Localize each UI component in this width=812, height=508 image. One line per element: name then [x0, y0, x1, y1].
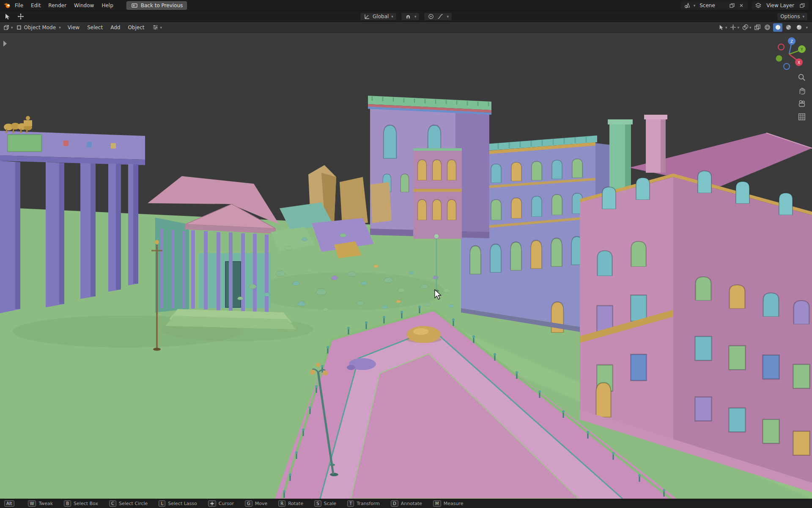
blender-logo[interactable]	[3, 2, 11, 9]
camera-view-icon[interactable]	[797, 99, 807, 109]
chevron-down-icon: ▾	[414, 14, 417, 19]
transform-settings-icon[interactable]	[152, 24, 159, 31]
viewport-header-right: ▾ ▾ ▾	[717, 23, 809, 32]
menu-window[interactable]: Window	[70, 0, 98, 11]
tower-wing[interactable]	[413, 148, 462, 239]
hint-label: Measure	[444, 501, 464, 506]
editor-type-icon[interactable]	[3, 24, 10, 31]
orientation-value: Global	[373, 14, 389, 19]
gizmo-x-label: X	[798, 61, 800, 65]
zoom-icon[interactable]	[797, 72, 807, 83]
key-badge: G	[245, 500, 252, 507]
viewport-canvas[interactable]	[0, 33, 812, 499]
key-badge: W	[28, 500, 36, 507]
hint-label: Select Circle	[119, 501, 148, 506]
hint-label: Tweak	[38, 501, 53, 506]
chevron-down-icon: ▾	[59, 25, 61, 30]
menu-add[interactable]: Add	[107, 22, 124, 33]
key-badge: B	[64, 500, 71, 507]
snapping-toggle[interactable]: ▾	[401, 12, 420, 21]
gizmo-z-neg-axis[interactable]	[784, 64, 790, 69]
hint-label: Select Box	[74, 501, 98, 506]
gizmo-y-neg-axis[interactable]	[776, 55, 782, 62]
topbar: File Edit Render Window Help Back to Pre…	[0, 0, 812, 11]
pan-hand-icon[interactable]	[797, 86, 807, 96]
view-layer-name: View Layer	[764, 3, 797, 8]
hint-label: Rotate	[288, 501, 303, 506]
hint-label: Move	[255, 501, 268, 506]
object-mode-icon	[16, 24, 22, 31]
shading-rendered-button[interactable]	[794, 23, 804, 32]
status-hint: C Select Circle	[109, 500, 148, 507]
object-mode-dropdown[interactable]: Object Mode ▾	[13, 22, 64, 33]
magnet-icon	[404, 13, 412, 20]
toggle-xray-button[interactable]	[753, 23, 761, 32]
menu-view[interactable]: View	[64, 22, 83, 33]
gizmo-x-neg-axis[interactable]	[778, 44, 784, 50]
tweak-drag-icon[interactable]	[17, 13, 25, 20]
active-tool-tweak-icon[interactable]	[3, 13, 11, 20]
status-hint: B Select Box	[64, 500, 98, 507]
menu-edit[interactable]: Edit	[27, 0, 44, 11]
orientation-axes-icon	[363, 13, 371, 20]
status-hint: Alt	[4, 500, 17, 507]
gizmo-z-label: Z	[790, 39, 793, 44]
key-badge: D	[391, 500, 398, 507]
hint-label: Annotate	[401, 501, 422, 506]
shading-dropdown-chevron[interactable]: ▾	[806, 25, 808, 30]
view-layer-selector[interactable]: View Layer	[752, 1, 809, 10]
viewport-side-controls	[797, 72, 807, 122]
shading-wireframe-button[interactable]	[763, 23, 772, 32]
object-type-visibility-dropdown[interactable]: ▾	[717, 23, 728, 32]
chevron-down-icon: ▾	[391, 14, 393, 19]
hint-label: Scale	[324, 501, 337, 506]
viewport-header: ▾ Object Mode ▾ View Select Add Object ▾…	[0, 22, 812, 33]
navigation-gizmo[interactable]: Z Y X	[774, 36, 808, 71]
menu-select[interactable]: Select	[83, 22, 107, 33]
pink-chimney[interactable]	[644, 115, 667, 173]
status-bar: Alt W Tweak B Select Box C Select Circle…	[0, 499, 812, 508]
menu-render[interactable]: Render	[44, 0, 70, 11]
scene-name: Scene	[697, 3, 727, 8]
status-hint: Cursor	[208, 500, 234, 507]
chevron-down-icon: ▾	[694, 3, 696, 8]
hint-label: Cursor	[219, 501, 234, 506]
show-gizmo-toggle[interactable]: ▾	[729, 23, 740, 32]
proportional-edit-icon	[427, 13, 435, 20]
key-badge: M	[433, 500, 441, 507]
tool-settings-bar: Global ▾ ▾	[0, 11, 812, 22]
hint-label: Transform	[357, 501, 380, 506]
falloff-curve-icon	[436, 13, 444, 20]
show-overlays-toggle[interactable]: ▾	[741, 23, 752, 32]
status-hint: W Tweak	[28, 500, 53, 507]
status-hint: R Rotate	[278, 500, 303, 507]
status-hint: M Measure	[433, 500, 463, 507]
status-hint: D Annotate	[391, 500, 422, 507]
chevron-down-icon: ▾	[802, 14, 804, 19]
duplicate-icon[interactable]	[728, 2, 736, 9]
status-hint: S Scale	[314, 500, 336, 507]
key-badge: T	[347, 500, 354, 507]
status-hint: T Transform	[347, 500, 380, 507]
menu-object[interactable]: Object	[124, 22, 148, 33]
chevron-down-icon: ▾	[160, 25, 162, 30]
menu-help[interactable]: Help	[98, 0, 117, 11]
back-to-previous-button[interactable]: Back to Previous	[126, 1, 187, 10]
close-icon[interactable]	[738, 2, 745, 9]
shading-solid-button[interactable]	[773, 23, 782, 32]
scene-selector[interactable]: ▾ Scene	[681, 1, 748, 10]
options-label: Options	[780, 14, 800, 19]
shading-material-button[interactable]	[784, 23, 793, 32]
key-badge: R	[278, 500, 285, 507]
transform-orientation-dropdown[interactable]: Global ▾	[360, 12, 397, 21]
gizmo-y-label: Y	[800, 47, 803, 52]
orthographic-grid-icon[interactable]	[797, 112, 807, 122]
duplicate-icon[interactable]	[798, 2, 806, 9]
status-hint: L Select Lasso	[159, 500, 197, 507]
key-badge: L	[159, 500, 165, 507]
proportional-editing-controls[interactable]: ▾	[424, 12, 452, 21]
scene-icon	[683, 2, 691, 9]
menu-file[interactable]: File	[11, 0, 27, 11]
key-badge: C	[109, 500, 116, 507]
options-dropdown[interactable]: Options ▾	[777, 12, 808, 21]
